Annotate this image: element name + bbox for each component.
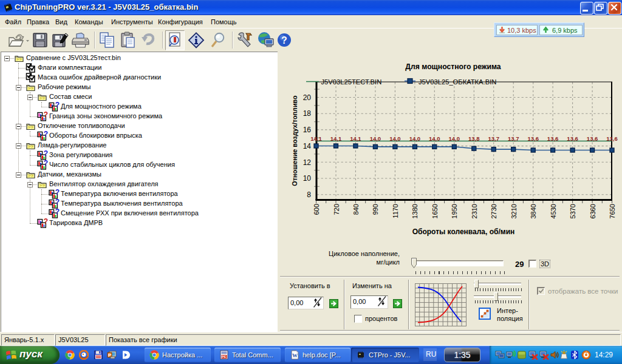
svg-text:16: 16 — [303, 126, 312, 134]
svg-text:J5V03L25_ОБКАТКА.BIN: J5V03L25_ОБКАТКА.BIN — [419, 78, 496, 86]
svg-text:18: 18 — [303, 109, 312, 118]
svg-text:14,0: 14,0 — [389, 135, 401, 142]
svg-text:PE: PE — [222, 355, 227, 359]
svg-text:13,7: 13,7 — [508, 135, 519, 142]
svg-text:720: 720 — [333, 204, 340, 215]
svg-text:2310: 2310 — [471, 204, 478, 218]
svg-text:600: 600 — [313, 204, 320, 215]
svg-text:2730: 2730 — [490, 204, 497, 218]
svg-text:14,1: 14,1 — [310, 135, 322, 142]
svg-text:14,0: 14,0 — [429, 135, 440, 142]
svg-text:3210: 3210 — [510, 204, 518, 218]
svg-text:1950: 1950 — [451, 204, 458, 218]
svg-text:?: ? — [281, 35, 287, 46]
svg-text:12: 12 — [303, 158, 312, 167]
svg-text:13,6: 13,6 — [527, 135, 539, 142]
svg-text:13,6: 13,6 — [587, 135, 598, 142]
svg-text:13,6: 13,6 — [606, 135, 618, 142]
svg-text:4530: 4530 — [550, 204, 557, 218]
svg-text:Отношение воздух/топливо: Отношение воздух/топливо — [291, 95, 298, 186]
svg-text:5370: 5370 — [569, 204, 576, 218]
svg-text:990: 990 — [372, 204, 379, 215]
svg-text:Для мощностного режима: Для мощностного режима — [405, 62, 501, 71]
svg-text:6360: 6360 — [589, 204, 596, 218]
svg-text:W: W — [292, 352, 298, 359]
svg-text:14,1: 14,1 — [330, 135, 342, 142]
svg-text:1170: 1170 — [392, 204, 399, 218]
svg-text:14,0: 14,0 — [449, 135, 460, 142]
svg-text:J5V03L25ТЕСТ.BIN: J5V03L25ТЕСТ.BIN — [321, 78, 382, 86]
svg-text:10: 10 — [303, 174, 312, 183]
svg-text:14: 14 — [303, 142, 312, 150]
svg-text:13,6: 13,6 — [547, 135, 559, 142]
svg-text:3840: 3840 — [530, 204, 537, 218]
svg-text:20: 20 — [303, 93, 312, 102]
svg-text:13,7: 13,7 — [488, 135, 499, 142]
svg-text:13,8: 13,8 — [468, 135, 480, 142]
svg-text:1650: 1650 — [431, 204, 439, 218]
svg-text:14,1: 14,1 — [350, 135, 361, 142]
svg-text:840: 840 — [352, 204, 360, 215]
svg-text:13,6: 13,6 — [567, 135, 578, 142]
svg-text:Обороты коленвала, об/мин: Обороты коленвала, об/мин — [412, 228, 515, 236]
svg-text:7650: 7650 — [609, 204, 616, 218]
svg-text:1380: 1380 — [411, 204, 419, 218]
svg-text:8: 8 — [307, 190, 311, 199]
svg-text:14,0: 14,0 — [409, 135, 421, 142]
svg-text:14,0: 14,0 — [370, 135, 381, 142]
